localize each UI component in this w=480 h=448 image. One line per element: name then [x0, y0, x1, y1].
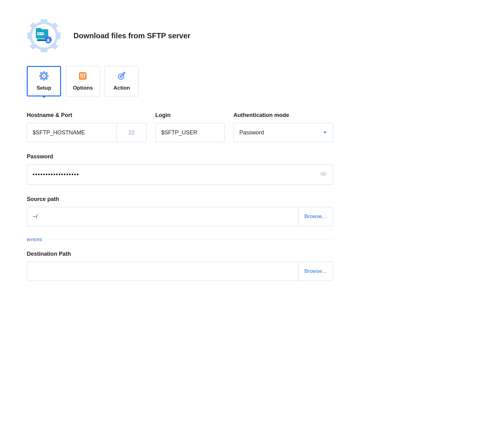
login-input[interactable]: [155, 123, 225, 142]
divider-line: [48, 240, 333, 240]
svg-rect-1: [40, 19, 47, 24]
sliders-icon: [78, 71, 87, 81]
svg-rect-18: [43, 79, 45, 80]
eye-icon[interactable]: [320, 170, 327, 179]
svg-rect-4: [55, 32, 60, 39]
field-destination-path: Destination Path Browse…: [27, 251, 333, 281]
sftp-download-icon: SFTP: [35, 28, 53, 44]
action-icon: [117, 71, 126, 81]
label-login: Login: [155, 112, 225, 119]
browse-source-button[interactable]: Browse…: [299, 207, 333, 226]
port-input[interactable]: [116, 123, 146, 142]
svg-text:SFTP: SFTP: [37, 32, 44, 35]
hostname-port-group: [27, 123, 147, 142]
svg-rect-3: [27, 32, 32, 39]
gear-play-icon: [39, 71, 49, 81]
tab-label: Action: [114, 85, 130, 91]
field-login: Login: [155, 112, 225, 142]
source-path-input[interactable]: [27, 207, 299, 226]
svg-rect-20: [47, 75, 48, 77]
svg-point-34: [120, 75, 122, 78]
svg-rect-11: [36, 28, 41, 31]
svg-point-31: [82, 77, 84, 78]
svg-point-30: [80, 74, 82, 76]
section-where-label: WHERE: [27, 237, 43, 242]
destination-path-input[interactable]: [27, 262, 299, 281]
auth-mode-select[interactable]: Password: [233, 123, 333, 142]
field-hostname-port: Hostname & Port: [27, 112, 147, 142]
label-auth-mode: Authentication mode: [233, 112, 333, 119]
section-where: WHERE: [27, 237, 333, 242]
hostname-input[interactable]: [27, 123, 116, 142]
label-hostname-port: Hostname & Port: [27, 112, 147, 119]
field-auth-mode: Authentication mode Password: [233, 112, 333, 142]
svg-point-32: [84, 74, 86, 75]
label-source-path: Source path: [27, 196, 333, 203]
tab-label: Setup: [36, 85, 51, 91]
field-source-path: Source path Browse…: [27, 196, 333, 226]
field-password: Password: [27, 153, 333, 185]
svg-point-36: [323, 173, 324, 175]
tab-options[interactable]: Options: [66, 66, 100, 96]
svg-rect-2: [40, 47, 47, 52]
password-input[interactable]: [27, 164, 333, 185]
tab-setup[interactable]: Setup: [27, 66, 61, 96]
page-header: SFTP Download files from SFTP server: [27, 19, 333, 53]
app-badge: SFTP: [27, 19, 61, 53]
tab-action[interactable]: Action: [105, 66, 139, 96]
tabs: Setup Options: [27, 66, 333, 96]
browse-destination-button[interactable]: Browse…: [299, 262, 333, 281]
tab-label: Options: [73, 85, 93, 91]
page-title: Download files from SFTP server: [73, 31, 191, 40]
form-row-1: Hostname & Port Login Authentication mod…: [27, 112, 333, 142]
label-password: Password: [27, 153, 333, 160]
svg-rect-17: [43, 72, 45, 73]
svg-rect-19: [40, 75, 41, 77]
label-destination-path: Destination Path: [27, 251, 333, 257]
form-container: SFTP Download files from SFTP server: [0, 0, 360, 306]
